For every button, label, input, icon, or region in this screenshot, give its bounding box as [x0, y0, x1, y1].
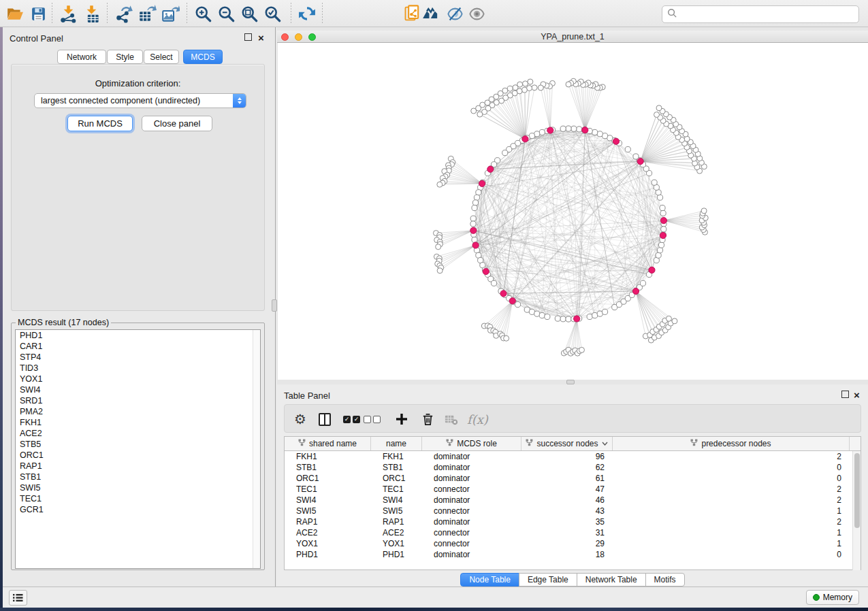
mcds-result-item[interactable]: STB5 — [16, 439, 260, 450]
save-session-icon[interactable] — [29, 4, 48, 23]
attribute-icon — [690, 439, 698, 448]
table-row[interactable]: SWI5SWI5connector431 — [285, 506, 861, 516]
desktop-background — [0, 608, 868, 611]
network-graph[interactable] — [278, 43, 868, 380]
zoom-fit-icon[interactable] — [240, 4, 259, 23]
mcds-result-item[interactable]: SRD1 — [16, 395, 260, 406]
cell: TEC1 — [371, 484, 422, 494]
tab-network-table[interactable]: Network Table — [577, 573, 646, 587]
tab-style[interactable]: Style — [107, 50, 143, 64]
toolbar-separator — [322, 3, 323, 24]
table-tabs: Node TableEdge TableNetwork TableMotifs — [277, 573, 868, 587]
close-panel-button[interactable]: Close panel — [142, 116, 212, 131]
toggle-vizmap-icon[interactable] — [445, 4, 464, 23]
tab-motifs[interactable]: Motifs — [645, 573, 685, 587]
cell: 47 — [521, 484, 613, 494]
cell: dominator — [422, 517, 521, 527]
mcds-result-item[interactable]: SWI5 — [16, 482, 260, 493]
table-row[interactable]: ORC1ORC1dominator610 — [285, 473, 861, 484]
table-row[interactable]: SWI4SWI4dominator462 — [285, 495, 861, 506]
network-titlebar[interactable]: YPA_prune.txt_1 — [277, 31, 868, 43]
tab-select[interactable]: Select — [144, 50, 179, 64]
cell: 0 — [613, 474, 850, 483]
export-image-icon[interactable] — [161, 4, 180, 23]
share-document-icon[interactable] — [403, 4, 422, 23]
network-canvas[interactable] — [278, 43, 868, 380]
column-header-MCDS-role[interactable]: MCDS role — [422, 437, 521, 450]
cell: YOX1 — [285, 539, 371, 548]
mcds-result-item[interactable]: FKH1 — [16, 417, 260, 428]
memory-button[interactable]: Memory — [806, 590, 859, 605]
zoom-in-icon[interactable] — [193, 4, 212, 23]
column-header-shared-name[interactable]: shared name — [285, 437, 371, 450]
table-row[interactable]: RAP1RAP1dominator352 — [285, 516, 861, 527]
tab-node-table[interactable]: Node Table — [460, 573, 519, 587]
column-header-predecessor-nodes[interactable]: predecessor nodes — [613, 437, 850, 450]
zoom-out-icon[interactable] — [216, 4, 236, 23]
table-row[interactable]: YOX1YOX1connector291 — [285, 538, 861, 549]
mcds-result-item[interactable]: TEC1 — [16, 493, 260, 504]
mcds-result-list[interactable]: PHD1CAR1STP4TID3YOX1SWI4SRD1PMA2FKH1ACE2… — [15, 329, 261, 569]
mcds-result-item[interactable]: PHD1 — [16, 330, 260, 341]
mcds-result-item[interactable]: PMA2 — [16, 406, 260, 417]
table-row[interactable]: PHD1PHD1dominator180 — [285, 549, 861, 560]
column-header-successor-nodes[interactable]: successor nodes — [521, 437, 613, 450]
table-row[interactable]: FKH1FKH1dominator962 — [285, 451, 861, 462]
cell: connector — [422, 539, 521, 548]
task-history-button[interactable] — [9, 590, 27, 606]
mcds-result-item[interactable]: TID3 — [16, 363, 260, 374]
mcds-result-item[interactable]: ACE2 — [16, 428, 260, 439]
mcds-result-item[interactable]: RAP1 — [16, 461, 260, 472]
search-input[interactable] — [680, 7, 858, 21]
cell: STB1 — [285, 463, 371, 472]
float-panel-icon[interactable] — [244, 33, 252, 41]
mcds-result-item[interactable]: SWI4 — [16, 384, 260, 395]
import-network-icon[interactable] — [59, 4, 78, 23]
memory-label: Memory — [823, 593, 852, 602]
table-scrollbar[interactable] — [852, 451, 861, 570]
import-table-icon[interactable] — [82, 4, 101, 23]
export-network-icon[interactable] — [114, 4, 133, 23]
float-table-panel-icon[interactable] — [841, 391, 849, 398]
mcds-result-item[interactable]: YOX1 — [16, 374, 260, 384]
mcds-result-item[interactable]: CAR1 — [16, 341, 260, 352]
mcds-result-item[interactable]: STP4 — [16, 352, 260, 363]
show-columns-icon[interactable] — [319, 409, 331, 429]
run-mcds-button[interactable]: Run MCDS — [67, 116, 133, 131]
optimization-select[interactable]: largest connected component (undirected) — [34, 93, 246, 108]
cell: dominator — [422, 474, 521, 483]
mcds-result-item[interactable]: STB1 — [16, 472, 260, 482]
export-table-icon[interactable] — [138, 4, 157, 23]
column-header-name[interactable]: name — [371, 437, 422, 450]
vertical-splitter[interactable] — [270, 27, 277, 587]
zoom-selected-icon[interactable] — [263, 4, 282, 23]
horizontal-splitter-handle[interactable] — [566, 380, 575, 384]
cell: connector — [422, 484, 521, 494]
unselect-all-columns-icon[interactable] — [364, 409, 383, 429]
mcds-result-item[interactable]: GCR1 — [16, 504, 260, 515]
open-file-icon[interactable] — [5, 4, 25, 23]
mcds-result-item[interactable]: ORC1 — [16, 450, 260, 461]
cell: 96 — [521, 452, 613, 461]
show-hide-icon[interactable] — [467, 4, 486, 23]
table-row[interactable]: STB1STB1dominator620 — [285, 462, 861, 473]
table-settings-icon[interactable]: ⚙ — [294, 409, 306, 429]
mcds-list-scrollbar[interactable] — [253, 330, 260, 568]
tab-network[interactable]: Network — [57, 50, 106, 64]
search-field[interactable] — [662, 5, 859, 23]
table-scrollbar-thumb[interactable] — [854, 453, 860, 528]
table-row[interactable]: TEC1TEC1connector472 — [285, 484, 861, 495]
cell: FKH1 — [371, 452, 422, 461]
add-column-icon[interactable] — [395, 409, 408, 429]
delete-column-icon[interactable] — [421, 409, 435, 429]
select-all-columns-icon[interactable]: ✓✓ — [343, 409, 362, 429]
network-overview-icon[interactable] — [422, 4, 441, 23]
tab-mcds[interactable]: MCDS — [183, 50, 223, 64]
refresh-layout-icon[interactable] — [298, 4, 317, 23]
tab-edge-table[interactable]: Edge Table — [519, 573, 577, 587]
cell: 18 — [521, 550, 613, 559]
splitter-handle[interactable] — [272, 299, 277, 312]
close-table-panel-icon[interactable]: × — [854, 391, 860, 399]
close-panel-icon[interactable]: × — [258, 34, 264, 42]
table-row[interactable]: ACE2ACE2connector311 — [285, 527, 861, 538]
